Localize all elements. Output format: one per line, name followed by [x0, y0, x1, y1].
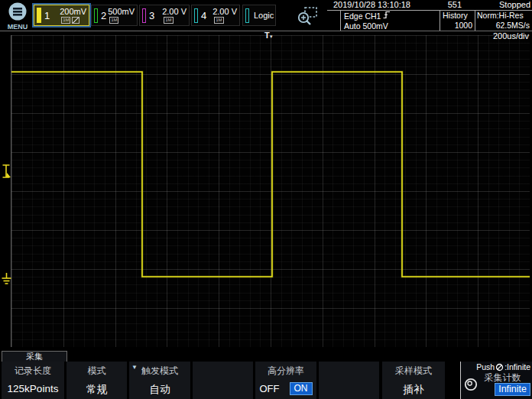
impedance-1m-icon: 1M — [214, 17, 223, 24]
trigger-level-icon — [2, 167, 11, 180]
run-state-text: Stopped — [499, 0, 530, 10]
header-bar: MENU 1 200mV 1M 2 500mV 1M — [0, 0, 532, 31]
acq-count-value: Infinite — [495, 383, 530, 396]
channel-3-number: 3 — [149, 10, 154, 21]
trigger-position-marker[interactable]: T ▼ — [264, 31, 274, 40]
ch1-ground-marker[interactable] — [2, 273, 11, 288]
sampling-mode-value: 插补 — [382, 383, 445, 397]
high-res-on-option[interactable]: ON — [290, 382, 313, 395]
trigger-mode-panel[interactable]: ▼ 触发模式 自动 — [129, 362, 190, 399]
status-row: 2019/10/28 13:10:18 551 Stopped — [327, 0, 532, 11]
channel-2-scale: 500mV — [108, 7, 135, 16]
menu-icon — [8, 11, 28, 24]
sampling-mode-panel[interactable]: 采样模式 插补 — [382, 362, 445, 399]
history-value: 1000 — [443, 21, 475, 31]
menu-button-label: MENU — [5, 23, 31, 31]
channel-4-color-bar — [194, 8, 198, 23]
channel-1-number: 1 — [44, 10, 50, 21]
channel-4-scale: 2.00 V — [212, 7, 237, 16]
trigger-settings-box[interactable]: Edge CH1 Auto 500mV — [340, 11, 440, 31]
rising-edge-icon — [383, 11, 391, 21]
datetime-text: 2019/10/28 13:10:18 — [333, 0, 410, 10]
channel-2-number: 2 — [101, 10, 106, 21]
logic-channel-box[interactable]: Logic — [242, 5, 276, 26]
timebase-readout: 200us/div — [493, 31, 529, 41]
waveform-polyline — [11, 72, 530, 277]
oscilloscope-screen: MENU 1 200mV 1M 2 500mV 1M — [0, 0, 532, 399]
softkey-menu-bar: 记录长度 125kPoints 模式 常规 ▼ 触发模式 自动 高分辨率 OFF… — [0, 362, 532, 399]
trigger-mode-value: 自动 — [129, 383, 190, 397]
channel-3-box[interactable]: 3 2.00 V 1M — [139, 5, 190, 26]
probe-icon — [72, 17, 79, 24]
zoom-search-button[interactable] — [295, 5, 320, 27]
channel-2-color-bar — [94, 8, 98, 23]
history-box[interactable]: History 1000 — [440, 11, 475, 31]
sample-rate-text: 62.5MS/s — [477, 21, 532, 31]
impedance-1m-icon: 1M — [109, 17, 118, 24]
record-length-panel[interactable]: 记录长度 125kPoints — [2, 362, 64, 399]
waveform-plot-area[interactable] — [11, 35, 530, 347]
channel-4-box[interactable]: 4 2.00 V 1M — [191, 5, 240, 26]
channel-4-number: 4 — [201, 10, 206, 21]
channel-2-box[interactable]: 2 500mV 1M — [91, 5, 138, 26]
high-resolution-label: 高分辨率 — [255, 365, 316, 378]
ch1-waveform — [11, 35, 530, 347]
acquisition-mode-box[interactable]: Norm:Hi-Res 62.5MS/s — [475, 11, 532, 31]
acquisition-mode-text: Norm:Hi-Res — [477, 11, 532, 21]
trigger-status-row: Edge CH1 Auto 500mV History 1000 — [340, 11, 532, 31]
channel-1-box[interactable]: 1 200mV 1M — [34, 5, 89, 26]
channel-1-scale: 200mV — [60, 7, 86, 16]
ground-level-icon — [2, 274, 11, 287]
logic-color-bar — [245, 8, 249, 23]
history-label: History — [443, 11, 475, 21]
status-block: 2019/10/28 13:10:18 551 Stopped Edge CH1 — [324, 0, 532, 31]
impedance-1m-icon: 1M — [61, 17, 70, 24]
acquisition-number: 551 — [448, 0, 462, 10]
dropdown-triangle-icon: ▼ — [131, 364, 138, 371]
logic-label: Logic — [254, 11, 274, 20]
mode-label: 模式 — [66, 365, 127, 378]
push-value: :Infinite — [504, 362, 530, 371]
channel-3-scale: 2.00 V — [162, 7, 187, 16]
channel-1-color-bar — [37, 8, 41, 23]
record-length-label: 记录长度 — [2, 365, 64, 378]
channel-3-color-bar — [142, 8, 146, 23]
empty-panel — [193, 362, 253, 399]
trigger-position-arrow-icon: ▼ — [269, 34, 274, 40]
push-hint: Push :Infinite — [461, 362, 530, 371]
trigger-mode-level-text: Auto 500mV — [344, 21, 440, 31]
menu-button[interactable]: MENU — [5, 2, 31, 29]
mode-value: 常规 — [66, 383, 127, 397]
trigger-level-marker[interactable] — [2, 164, 11, 181]
mode-panel[interactable]: 模式 常规 — [66, 362, 127, 399]
high-res-off-option[interactable]: OFF — [260, 383, 280, 394]
acquisition-count-panel[interactable]: Push :Infinite 采集计数 Infinite — [461, 362, 532, 399]
empty-panel — [319, 362, 379, 399]
knob-press-icon — [495, 362, 504, 371]
record-length-value: 125kPoints — [2, 383, 64, 394]
tab-acquisition[interactable]: 采集 — [2, 351, 67, 362]
waveform-glow — [11, 72, 530, 277]
impedance-1m-icon: 1M — [164, 17, 173, 24]
high-resolution-panel[interactable]: 高分辨率 OFF ON — [255, 362, 316, 399]
zoom-search-icon — [295, 16, 320, 29]
trigger-type-text: Edge CH1 — [344, 11, 381, 21]
trigger-mode-label: 触发模式 — [129, 365, 190, 378]
sampling-mode-label: 采样模式 — [382, 365, 445, 378]
push-label: Push — [476, 362, 495, 371]
